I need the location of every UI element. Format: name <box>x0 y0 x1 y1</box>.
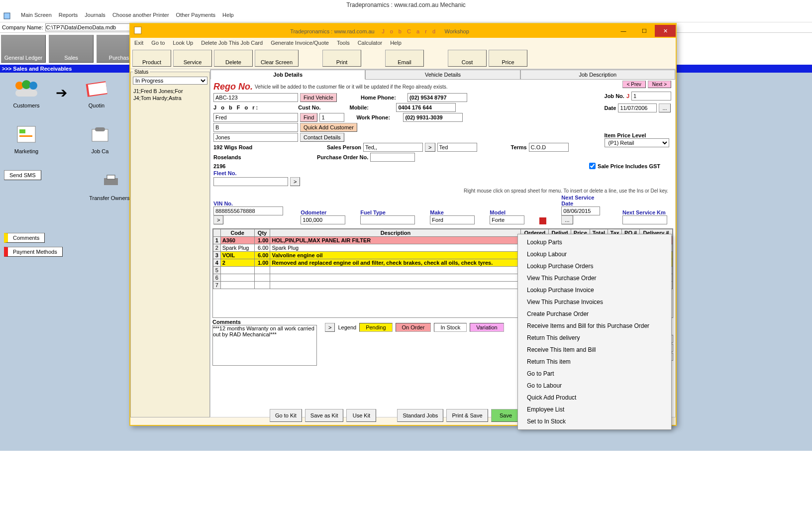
tab-job-details[interactable]: Job Details <box>210 70 365 80</box>
grid-cell[interactable] <box>220 274 254 282</box>
fuel-type-input[interactable] <box>360 215 415 224</box>
grid-cell[interactable] <box>270 274 521 282</box>
menu-goto[interactable]: Go to <box>151 40 165 46</box>
maximize-button[interactable]: ☐ <box>634 25 655 37</box>
menu-reports[interactable]: Reports <box>59 12 78 20</box>
context-menu-item[interactable]: Quick Add Product <box>518 392 671 404</box>
home-phone-input[interactable] <box>407 93 467 102</box>
find-vehicle-button[interactable]: Find Vehicle <box>300 93 337 102</box>
grid-cell[interactable]: 6 <box>213 274 221 282</box>
delete-button[interactable]: Delete <box>214 50 253 67</box>
context-menu-item[interactable]: Go to Part <box>518 368 671 380</box>
item-price-level-select[interactable]: (P1) Retail <box>605 138 669 147</box>
prev-button[interactable]: < Prev <box>622 81 646 88</box>
comments-textarea[interactable] <box>212 325 317 366</box>
save-as-kit-button[interactable]: Save as Kit <box>305 409 344 422</box>
status-select[interactable]: In Progress <box>133 77 207 85</box>
last-name-input[interactable] <box>213 133 298 142</box>
context-menu-item[interactable]: View This Purchase Order <box>518 272 671 284</box>
grid-cell[interactable]: A360 <box>220 237 254 244</box>
grid-cell[interactable]: VOIL <box>220 252 254 259</box>
send-sms-button[interactable]: Send SMS <box>4 170 41 180</box>
quick-add-customer-button[interactable]: Quick Add Customer <box>300 123 357 132</box>
model-input[interactable] <box>490 215 524 224</box>
general-ledger-button[interactable]: General Ledger <box>1 35 46 63</box>
context-menu-item[interactable]: Return This delivery <box>518 332 671 344</box>
job-card-nav[interactable]: Job Ca <box>78 122 122 154</box>
print-and-save-button[interactable]: Print & Save <box>446 409 488 422</box>
clear-screen-button[interactable]: Clear Screen <box>255 50 299 67</box>
standard-jobs-button[interactable]: Standard Jobs <box>397 409 443 422</box>
tab-vehicle-details[interactable]: Vehicle Details <box>365 70 520 80</box>
vin-lookup-button[interactable]: > <box>213 215 223 224</box>
price-button[interactable]: Price <box>489 50 527 67</box>
menu-other-payments[interactable]: Other Payments <box>176 12 215 20</box>
grid-cell[interactable]: 5 <box>213 267 221 274</box>
menu-choose-printer[interactable]: Choose another Printer <box>112 12 169 20</box>
context-menu-item[interactable]: View This Purchase Invoices <box>518 296 671 308</box>
find-customer-button[interactable]: Find <box>300 113 317 122</box>
menu-journals[interactable]: Journals <box>85 12 105 20</box>
job-window-titlebar[interactable]: Tradepronamics : www.rad.com.au J o b C … <box>130 24 676 38</box>
grid-cell[interactable] <box>270 282 521 289</box>
gst-checkbox[interactable] <box>589 163 596 169</box>
marketing-nav[interactable]: Marketing <box>4 122 49 154</box>
grid-cell[interactable] <box>254 282 270 289</box>
terms-input[interactable] <box>529 143 569 152</box>
cust-no-input[interactable] <box>319 113 344 122</box>
context-menu-item[interactable]: Lookup Parts <box>518 236 671 248</box>
odometer-input[interactable] <box>301 215 345 224</box>
comments-button[interactable]: Comments <box>4 233 45 243</box>
grid-cell[interactable] <box>254 267 270 274</box>
context-menu-item[interactable]: Lookup Purchase Orders <box>518 260 671 272</box>
grid-cell[interactable]: 4 <box>213 259 221 267</box>
context-menu-item[interactable]: Set to In Stock <box>518 415 671 427</box>
grid-header[interactable] <box>213 229 221 237</box>
sales-button[interactable]: Sales <box>49 35 94 63</box>
context-menu-item[interactable]: Create Purchase Order <box>518 308 671 320</box>
job-list-item[interactable]: J4;Tom Hardy;Astra <box>133 95 207 102</box>
grid-cell[interactable]: Spark Plug <box>270 244 521 252</box>
menu-calculator[interactable]: Calculator <box>358 40 383 46</box>
grid-cell[interactable] <box>270 267 521 274</box>
grid-cell[interactable] <box>254 274 270 282</box>
first-name-input[interactable] <box>213 113 298 122</box>
email-button[interactable]: Email <box>385 50 424 67</box>
payment-methods-button[interactable]: Payment Methods <box>4 247 63 257</box>
grid-cell[interactable] <box>220 267 254 274</box>
date-input[interactable] <box>618 103 657 112</box>
menu-tools[interactable]: Tools <box>337 40 350 46</box>
fleet-no-input[interactable] <box>213 177 288 186</box>
fleet-lookup-button[interactable]: > <box>290 177 300 186</box>
sales-person-short-input[interactable] <box>437 143 477 152</box>
grid-cell[interactable]: 1.00 <box>254 259 270 267</box>
grid-cell[interactable]: 7 <box>213 282 221 289</box>
grid-header[interactable]: Code <box>220 229 254 237</box>
grid-cell[interactable]: Spark Plug <box>220 244 254 252</box>
grid-cell[interactable]: 6.00 <box>254 244 270 252</box>
contact-details-button[interactable]: Contact Details <box>300 133 344 142</box>
grid-cell[interactable]: 2 <box>213 244 221 252</box>
print-button[interactable]: Print <box>322 50 361 67</box>
grid-cell[interactable]: 1.00 <box>254 237 270 244</box>
use-kit-button[interactable]: Use Kit <box>346 409 376 422</box>
mobile-input[interactable] <box>396 103 456 112</box>
tab-job-description[interactable]: Job Description <box>520 70 675 80</box>
menu-lookup[interactable]: Look Up <box>173 40 193 46</box>
date-picker-button[interactable]: ... <box>659 103 670 112</box>
go-to-kit-button[interactable]: Go to Kit <box>270 409 302 422</box>
next-service-km-input[interactable] <box>622 215 667 224</box>
grid-cell[interactable] <box>220 282 254 289</box>
grid-cell[interactable]: 6.00 <box>254 252 270 259</box>
customers-nav[interactable]: Customers <box>4 77 49 108</box>
next-service-date-picker[interactable]: ... <box>561 215 573 224</box>
context-menu-item[interactable]: Lookup Purchase Invoice <box>518 284 671 296</box>
work-phone-input[interactable] <box>403 113 463 122</box>
job-list-item[interactable]: J1;Fred B Jones;For <box>133 88 207 95</box>
close-button[interactable]: ✕ <box>655 25 676 37</box>
grid-header[interactable]: Description <box>270 229 521 237</box>
grid-cell[interactable]: Removed and replaced engine oil and filt… <box>270 259 521 267</box>
calendar-icon[interactable] <box>539 217 546 224</box>
minimize-button[interactable]: — <box>613 25 634 37</box>
grid-cell[interactable]: Valvoline engine oil <box>270 252 521 259</box>
